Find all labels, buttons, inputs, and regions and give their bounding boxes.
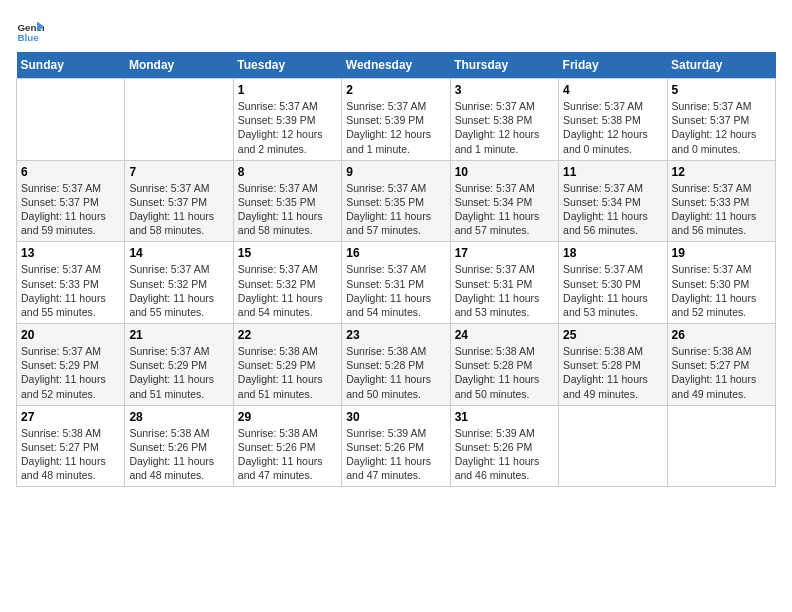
calendar-cell: 25Sunrise: 5:38 AM Sunset: 5:28 PM Dayli… <box>559 324 667 406</box>
calendar-cell: 29Sunrise: 5:38 AM Sunset: 5:26 PM Dayli… <box>233 405 341 487</box>
day-info: Sunrise: 5:37 AM Sunset: 5:30 PM Dayligh… <box>672 262 771 319</box>
calendar-cell: 18Sunrise: 5:37 AM Sunset: 5:30 PM Dayli… <box>559 242 667 324</box>
day-number: 15 <box>238 246 337 260</box>
day-info: Sunrise: 5:37 AM Sunset: 5:37 PM Dayligh… <box>672 99 771 156</box>
day-info: Sunrise: 5:37 AM Sunset: 5:34 PM Dayligh… <box>455 181 554 238</box>
day-number: 16 <box>346 246 445 260</box>
day-number: 19 <box>672 246 771 260</box>
calendar-cell: 26Sunrise: 5:38 AM Sunset: 5:27 PM Dayli… <box>667 324 775 406</box>
day-number: 18 <box>563 246 662 260</box>
day-number: 3 <box>455 83 554 97</box>
day-info: Sunrise: 5:37 AM Sunset: 5:32 PM Dayligh… <box>129 262 228 319</box>
weekday-header: Thursday <box>450 52 558 79</box>
day-number: 5 <box>672 83 771 97</box>
weekday-header: Sunday <box>17 52 125 79</box>
day-number: 11 <box>563 165 662 179</box>
day-number: 12 <box>672 165 771 179</box>
day-number: 8 <box>238 165 337 179</box>
day-info: Sunrise: 5:39 AM Sunset: 5:26 PM Dayligh… <box>346 426 445 483</box>
day-info: Sunrise: 5:37 AM Sunset: 5:35 PM Dayligh… <box>346 181 445 238</box>
calendar-cell: 2Sunrise: 5:37 AM Sunset: 5:39 PM Daylig… <box>342 79 450 161</box>
day-number: 10 <box>455 165 554 179</box>
weekday-header: Monday <box>125 52 233 79</box>
day-info: Sunrise: 5:37 AM Sunset: 5:39 PM Dayligh… <box>238 99 337 156</box>
calendar-cell <box>17 79 125 161</box>
day-info: Sunrise: 5:37 AM Sunset: 5:34 PM Dayligh… <box>563 181 662 238</box>
day-number: 27 <box>21 410 120 424</box>
calendar-cell: 1Sunrise: 5:37 AM Sunset: 5:39 PM Daylig… <box>233 79 341 161</box>
day-number: 24 <box>455 328 554 342</box>
weekday-header: Wednesday <box>342 52 450 79</box>
day-number: 31 <box>455 410 554 424</box>
day-number: 23 <box>346 328 445 342</box>
calendar-week-row: 6Sunrise: 5:37 AM Sunset: 5:37 PM Daylig… <box>17 160 776 242</box>
weekday-header: Tuesday <box>233 52 341 79</box>
calendar-cell <box>667 405 775 487</box>
calendar-cell: 21Sunrise: 5:37 AM Sunset: 5:29 PM Dayli… <box>125 324 233 406</box>
calendar-cell: 12Sunrise: 5:37 AM Sunset: 5:33 PM Dayli… <box>667 160 775 242</box>
calendar-cell: 8Sunrise: 5:37 AM Sunset: 5:35 PM Daylig… <box>233 160 341 242</box>
calendar-cell: 20Sunrise: 5:37 AM Sunset: 5:29 PM Dayli… <box>17 324 125 406</box>
calendar-cell: 5Sunrise: 5:37 AM Sunset: 5:37 PM Daylig… <box>667 79 775 161</box>
calendar-cell: 27Sunrise: 5:38 AM Sunset: 5:27 PM Dayli… <box>17 405 125 487</box>
logo: General Blue <box>16 16 48 44</box>
day-number: 25 <box>563 328 662 342</box>
calendar-header-row: SundayMondayTuesdayWednesdayThursdayFrid… <box>17 52 776 79</box>
day-info: Sunrise: 5:38 AM Sunset: 5:28 PM Dayligh… <box>563 344 662 401</box>
calendar-week-row: 13Sunrise: 5:37 AM Sunset: 5:33 PM Dayli… <box>17 242 776 324</box>
day-info: Sunrise: 5:37 AM Sunset: 5:38 PM Dayligh… <box>563 99 662 156</box>
calendar-cell: 28Sunrise: 5:38 AM Sunset: 5:26 PM Dayli… <box>125 405 233 487</box>
calendar-cell: 22Sunrise: 5:38 AM Sunset: 5:29 PM Dayli… <box>233 324 341 406</box>
day-info: Sunrise: 5:37 AM Sunset: 5:29 PM Dayligh… <box>129 344 228 401</box>
day-info: Sunrise: 5:37 AM Sunset: 5:39 PM Dayligh… <box>346 99 445 156</box>
calendar-cell: 7Sunrise: 5:37 AM Sunset: 5:37 PM Daylig… <box>125 160 233 242</box>
calendar-cell <box>125 79 233 161</box>
day-info: Sunrise: 5:38 AM Sunset: 5:29 PM Dayligh… <box>238 344 337 401</box>
calendar-week-row: 20Sunrise: 5:37 AM Sunset: 5:29 PM Dayli… <box>17 324 776 406</box>
day-number: 7 <box>129 165 228 179</box>
day-number: 20 <box>21 328 120 342</box>
calendar-cell: 10Sunrise: 5:37 AM Sunset: 5:34 PM Dayli… <box>450 160 558 242</box>
day-info: Sunrise: 5:38 AM Sunset: 5:28 PM Dayligh… <box>455 344 554 401</box>
day-info: Sunrise: 5:39 AM Sunset: 5:26 PM Dayligh… <box>455 426 554 483</box>
day-number: 30 <box>346 410 445 424</box>
calendar-cell: 4Sunrise: 5:37 AM Sunset: 5:38 PM Daylig… <box>559 79 667 161</box>
day-number: 13 <box>21 246 120 260</box>
calendar-cell: 14Sunrise: 5:37 AM Sunset: 5:32 PM Dayli… <box>125 242 233 324</box>
day-info: Sunrise: 5:37 AM Sunset: 5:35 PM Dayligh… <box>238 181 337 238</box>
calendar-week-row: 1Sunrise: 5:37 AM Sunset: 5:39 PM Daylig… <box>17 79 776 161</box>
day-info: Sunrise: 5:37 AM Sunset: 5:37 PM Dayligh… <box>129 181 228 238</box>
day-info: Sunrise: 5:37 AM Sunset: 5:32 PM Dayligh… <box>238 262 337 319</box>
calendar-cell: 11Sunrise: 5:37 AM Sunset: 5:34 PM Dayli… <box>559 160 667 242</box>
calendar-cell: 3Sunrise: 5:37 AM Sunset: 5:38 PM Daylig… <box>450 79 558 161</box>
day-number: 26 <box>672 328 771 342</box>
day-info: Sunrise: 5:38 AM Sunset: 5:28 PM Dayligh… <box>346 344 445 401</box>
day-number: 28 <box>129 410 228 424</box>
day-info: Sunrise: 5:37 AM Sunset: 5:29 PM Dayligh… <box>21 344 120 401</box>
day-info: Sunrise: 5:37 AM Sunset: 5:31 PM Dayligh… <box>455 262 554 319</box>
day-info: Sunrise: 5:37 AM Sunset: 5:31 PM Dayligh… <box>346 262 445 319</box>
day-number: 14 <box>129 246 228 260</box>
day-number: 21 <box>129 328 228 342</box>
calendar-week-row: 27Sunrise: 5:38 AM Sunset: 5:27 PM Dayli… <box>17 405 776 487</box>
calendar-cell: 6Sunrise: 5:37 AM Sunset: 5:37 PM Daylig… <box>17 160 125 242</box>
day-number: 2 <box>346 83 445 97</box>
day-info: Sunrise: 5:37 AM Sunset: 5:30 PM Dayligh… <box>563 262 662 319</box>
day-number: 6 <box>21 165 120 179</box>
page-header: General Blue <box>16 16 776 44</box>
calendar-cell: 16Sunrise: 5:37 AM Sunset: 5:31 PM Dayli… <box>342 242 450 324</box>
calendar-cell: 23Sunrise: 5:38 AM Sunset: 5:28 PM Dayli… <box>342 324 450 406</box>
calendar-cell: 17Sunrise: 5:37 AM Sunset: 5:31 PM Dayli… <box>450 242 558 324</box>
day-number: 4 <box>563 83 662 97</box>
svg-text:Blue: Blue <box>17 32 39 43</box>
calendar-cell: 15Sunrise: 5:37 AM Sunset: 5:32 PM Dayli… <box>233 242 341 324</box>
day-number: 9 <box>346 165 445 179</box>
day-info: Sunrise: 5:37 AM Sunset: 5:33 PM Dayligh… <box>672 181 771 238</box>
day-number: 17 <box>455 246 554 260</box>
calendar-table: SundayMondayTuesdayWednesdayThursdayFrid… <box>16 52 776 487</box>
weekday-header: Saturday <box>667 52 775 79</box>
day-info: Sunrise: 5:38 AM Sunset: 5:27 PM Dayligh… <box>21 426 120 483</box>
calendar-cell: 13Sunrise: 5:37 AM Sunset: 5:33 PM Dayli… <box>17 242 125 324</box>
calendar-cell: 30Sunrise: 5:39 AM Sunset: 5:26 PM Dayli… <box>342 405 450 487</box>
day-number: 22 <box>238 328 337 342</box>
